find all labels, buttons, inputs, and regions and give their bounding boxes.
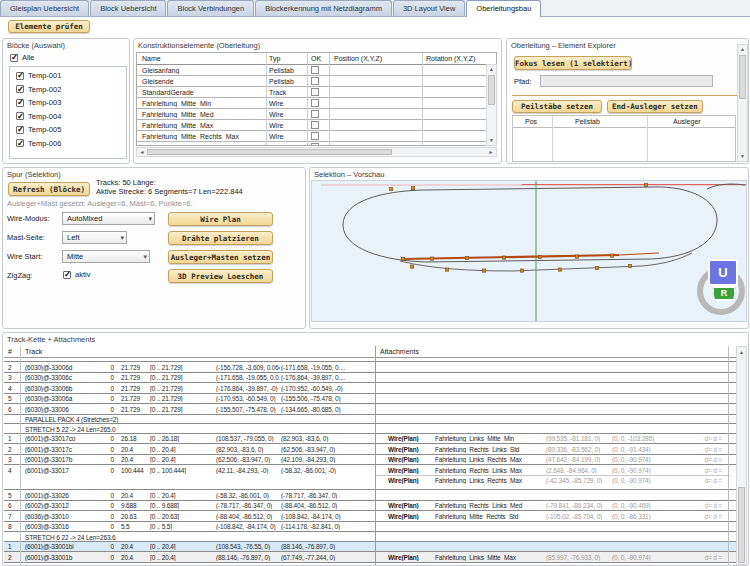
zigzag-checkbox[interactable]: aktiv	[63, 270, 90, 279]
tab-3d-layout-view[interactable]: 3D Layout View	[393, 0, 465, 16]
konstruktion-row[interactable]: Fahrleitung_Mitte_Rechts_MaxWire	[137, 131, 496, 142]
3d-preview-loeschen-button[interactable]: 3D Preview Loeschen	[168, 269, 273, 283]
spur-panel-title: Spur (Selektion)	[7, 170, 61, 179]
start-point: (-58.32, -86.001, 0)	[216, 492, 280, 499]
attachment-line[interactable]: Wire(Plan)Fahrleitung_Links_Mitte_Max(85…	[376, 552, 730, 563]
start-point: (-78.717, -86.347, 0)	[216, 502, 280, 509]
attachment-type: Wire(Plan)	[388, 467, 434, 474]
scroll-left-icon[interactable]: ◄	[138, 148, 146, 156]
wire-plan-button[interactable]: Wire Plan	[168, 212, 273, 226]
combo-value: AutoMixed	[67, 214, 102, 223]
track-preview-viewport[interactable]: U R	[311, 180, 747, 322]
block-item-temp-006[interactable]: Temp-006	[16, 139, 61, 148]
konstruktion-row[interactable]: Fahrleitung_Mitte_MinWire	[137, 98, 496, 109]
end-point: (-114.178, -82.841, 0)	[281, 523, 347, 530]
konstruktion-row[interactable]: Fahrleitung_Mitte_Links_MaxWire	[137, 142, 496, 146]
end-point: (82.903, -83.6, 0)	[281, 435, 347, 442]
attachment-line[interactable]: Wire(Plan)Fahrleitung_Rechts_Links_Max(2…	[376, 465, 730, 476]
attachment-d-values: d= d =	[676, 446, 722, 453]
ok-checkbox[interactable]	[311, 66, 319, 74]
set-end-ausleger-button[interactable]: End-Ausleger setzen	[607, 100, 703, 113]
grid-line	[728, 346, 729, 565]
attachment-line[interactable]: Wire(Plan)Fahrleitung_Links_Rechts_Max(-…	[376, 476, 730, 487]
mast-seite-dropdown[interactable]: Left▾	[62, 231, 127, 244]
attachment-line[interactable]: Wire(Plan)Fahrleitung_Rechts_Links_Med(-…	[376, 501, 730, 512]
konstruktion-row[interactable]: StandardGeradeTrack	[137, 87, 496, 98]
konstruktion-row[interactable]: Fahrleitung_Mitte_MaxWire	[137, 120, 496, 131]
konstruktion-row[interactable]: GleisanfangPeilstab	[137, 65, 496, 76]
pfad-input[interactable]	[540, 75, 713, 87]
konstruktion-row[interactable]: GleisendePeilstab	[137, 76, 496, 87]
attachment-line[interactable]: Wire(Plan)Fahrleitung_Mitte_Rechts_Std(-…	[376, 511, 730, 522]
ok-checkbox[interactable]	[311, 132, 319, 140]
start-point: (-88.404, -86.512, 0)	[216, 513, 280, 520]
wire-modus-dropdown[interactable]: AutoMixed▾	[62, 212, 155, 225]
end-point: (88.146, -76.897, 0)	[281, 543, 347, 550]
grid-line	[422, 53, 423, 145]
track-length: 20.4	[121, 543, 149, 550]
konstruktion-vscrollbar[interactable]: ▲ ▼	[486, 64, 497, 146]
refresh-blocks-button[interactable]: Refresh (Blöcke)	[8, 182, 90, 196]
ok-checkbox[interactable]	[311, 99, 319, 107]
explorer-vscrollbar[interactable]: ▲ ▼	[737, 44, 748, 162]
scroll-thumb[interactable]	[739, 55, 746, 99]
block-item-temp-001[interactable]: Temp-001	[16, 71, 61, 80]
wire-start-dropdown[interactable]: Mitte▾	[62, 250, 150, 263]
block-item-temp-003[interactable]: Temp-003	[16, 98, 61, 107]
scroll-right-icon[interactable]: ►	[487, 148, 495, 156]
track-table-vscrollbar[interactable]: ▲	[736, 346, 747, 565]
scroll-up-icon[interactable]: ▲	[487, 65, 496, 74]
konstruktion-panel-title: Konstruktionselemente (Oberleitung)	[138, 41, 260, 50]
block-item-label: Temp-002	[28, 85, 61, 94]
set-peilstaebe-button[interactable]: Peilstäbe setzen	[512, 100, 602, 113]
attachment-line[interactable]: Wire(Plan)Fahrleitung_Links_Mitte_Min(99…	[376, 434, 730, 445]
tab-gleisplan-uebersicht[interactable]: Gleisplan Uebersicht	[0, 0, 89, 16]
start-point: (108.537, -79.055, 0)	[216, 435, 280, 442]
select-all-checkbox[interactable]: Alle	[10, 53, 35, 62]
konstruktion-row[interactable]: Fahrleitung_Mitte_MedWire	[137, 109, 496, 120]
ok-checkbox[interactable]	[311, 88, 319, 96]
track-range: [0 .. 100.444]	[150, 467, 212, 474]
konstruktion-hscrollbar[interactable]: ◄ ►	[136, 147, 497, 157]
block-item-temp-004[interactable]: Temp-004	[16, 112, 61, 121]
scroll-thumb[interactable]	[147, 149, 392, 155]
grid-line	[647, 116, 648, 161]
dr-hte-platzieren-button[interactable]: Drähte platzieren	[168, 231, 273, 245]
track-range: [0 .. 21.729]	[150, 395, 212, 402]
ok-checkbox[interactable]	[311, 143, 319, 146]
tab-oberleitungsbau[interactable]: Oberleitungsbau	[466, 0, 541, 17]
tab-blockerkennung-mit-netzdiagramm[interactable]: Blockerkennung mit Netzdiagramm	[255, 0, 392, 16]
preview-panel-title: Selektion – Vorschau	[314, 170, 384, 179]
scroll-down-icon[interactable]: ▼	[738, 152, 747, 161]
ok-checkbox[interactable]	[311, 121, 319, 129]
check-elements-button[interactable]: Elemente prüfen	[8, 20, 90, 33]
attachment-line[interactable]: Wire(Plan)Fahrleitung_Rechts_Links_Std(8…	[376, 444, 730, 455]
block-item-temp-005[interactable]: Temp-005	[16, 125, 61, 134]
track-offset: 0	[98, 446, 114, 453]
attachment-name: Fahrleitung_Links_Mitte_Min	[435, 435, 544, 442]
row-number: 5	[8, 492, 20, 499]
tab-block-verbindungen[interactable]: Block Verbindungen	[167, 0, 254, 16]
attachment-d-values: d= d =	[676, 435, 722, 442]
attachment-d-values: d= d =	[676, 477, 722, 484]
scroll-thumb[interactable]	[488, 75, 495, 105]
ok-checkbox[interactable]	[311, 110, 319, 118]
focus-read-button[interactable]: Fokus lesen (1 selektiert)	[514, 56, 632, 70]
attachment-line[interactable]: Wire(Plan)Fahrleitung_Links_Rechts_Max(4…	[376, 455, 730, 466]
ausleger-masten-setzen-button[interactable]: Ausleger+Masten setzen	[168, 250, 273, 264]
tab-block-uebersicht[interactable]: Block Uebersicht	[90, 0, 166, 16]
divider	[512, 95, 740, 96]
track-id: (6001)@-33017c	[25, 446, 105, 453]
track-id: (6001)@-33026	[25, 492, 105, 499]
zigzag-label: ZigZag:	[7, 271, 32, 280]
attachment-position: (2.648, -84.964, 0)	[546, 467, 610, 474]
col-track: Track	[25, 348, 42, 355]
attachment-rotation: (0, 0, -90.974)	[612, 456, 674, 463]
scroll-up-icon[interactable]: ▲	[737, 348, 746, 357]
track-range: [0 .. 20.4]	[150, 554, 212, 561]
ok-checkbox[interactable]	[311, 77, 319, 85]
scroll-down-icon[interactable]: ▼	[487, 136, 496, 145]
scroll-thumb[interactable]	[738, 487, 745, 563]
block-item-temp-002[interactable]: Temp-002	[16, 85, 61, 94]
scroll-up-icon[interactable]: ▲	[738, 45, 747, 54]
